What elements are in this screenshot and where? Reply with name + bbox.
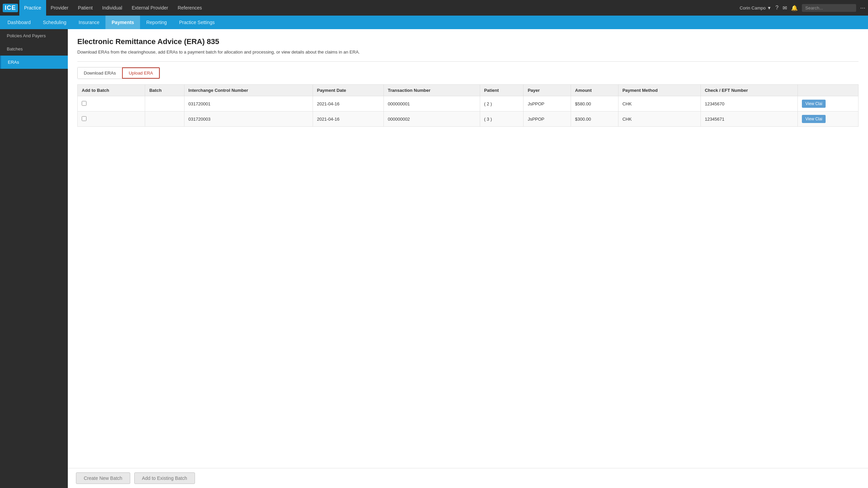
cell-batch-1	[145, 96, 184, 111]
col-batch: Batch	[145, 85, 184, 96]
second-nav-reporting[interactable]: Reporting	[140, 16, 173, 29]
user-menu[interactable]: Corin Campo ▼	[740, 5, 771, 11]
page-title: Electronic Remittance Advice (ERA) 835	[77, 37, 859, 46]
cell-payment-date-2: 2021-04-16	[313, 111, 383, 127]
cell-icn-2: 031720003	[184, 111, 313, 127]
add-to-existing-batch-button[interactable]: Add to Existing Batch	[134, 472, 195, 484]
top-nav-provider[interactable]: Provider	[46, 0, 73, 16]
help-icon[interactable]: ?	[775, 5, 778, 11]
row1-checkbox[interactable]	[82, 101, 86, 106]
cell-action-1: View Clai	[798, 96, 859, 111]
divider	[77, 61, 859, 62]
col-action	[798, 85, 859, 96]
col-payment-date: Payment Date	[313, 85, 383, 96]
col-check-eft-number: Check / EFT Number	[701, 85, 798, 96]
view-claims-button-2[interactable]: View Clai	[802, 115, 826, 123]
col-payer: Payer	[524, 85, 571, 96]
top-nav-items: Practice Provider Patient Individual Ext…	[19, 0, 740, 16]
col-transaction-number: Transaction Number	[383, 85, 480, 96]
page-description: Download ERAs from the clearinghouse, ad…	[77, 49, 859, 55]
second-nav: Dashboard Scheduling Insurance Payments …	[0, 16, 868, 29]
cell-transaction-number-2: 000000002	[383, 111, 480, 127]
top-nav-references[interactable]: References	[173, 0, 207, 16]
col-amount: Amount	[571, 85, 618, 96]
col-add-to-batch: Add to Batch	[78, 85, 145, 96]
cell-transaction-number-1: 000000001	[383, 96, 480, 111]
cell-patient-2: ( 3 )	[480, 111, 524, 127]
era-table: Add to Batch Batch Interchange Control N…	[77, 84, 859, 127]
col-payment-method: Payment Method	[618, 85, 701, 96]
app-logo[interactable]: ICE	[3, 4, 18, 12]
dropdown-icon: ▼	[767, 5, 771, 11]
top-nav: ICE Practice Provider Patient Individual…	[0, 0, 868, 16]
top-nav-individual[interactable]: Individual	[97, 0, 127, 16]
second-nav-dashboard[interactable]: Dashboard	[1, 16, 37, 29]
top-nav-right: Corin Campo ▼ ? ✉ 🔔 ···	[740, 4, 865, 12]
cell-payer-2: JsPPOP	[524, 111, 571, 127]
cell-payment-method-2: CHK	[618, 111, 701, 127]
cell-patient-1: ( 2 )	[480, 96, 524, 111]
top-nav-practice[interactable]: Practice	[19, 0, 46, 16]
view-claims-button-1[interactable]: View Clai	[802, 100, 826, 108]
sidebar-item-batches[interactable]: Batches	[0, 42, 68, 56]
col-patient: Patient	[480, 85, 524, 96]
tab-buttons: Download ERAs Upload ERA	[77, 67, 160, 79]
user-name-text: Corin Campo	[740, 5, 766, 11]
second-nav-practice-settings[interactable]: Practice Settings	[173, 16, 221, 29]
download-eras-tab[interactable]: Download ERAs	[78, 67, 122, 79]
cell-checkbox-2	[78, 111, 145, 127]
main-layout: Policies And Payers Batches ERAs Electro…	[0, 29, 868, 488]
cell-check-eft-2: 12345671	[701, 111, 798, 127]
logo-text: ICE	[3, 4, 18, 12]
second-nav-insurance[interactable]: Insurance	[73, 16, 105, 29]
cell-batch-2	[145, 111, 184, 127]
cell-action-2: View Clai	[798, 111, 859, 127]
mail-icon[interactable]: ✉	[783, 5, 787, 11]
top-nav-patient[interactable]: Patient	[73, 0, 98, 16]
more-icon[interactable]: ···	[860, 4, 865, 12]
cell-checkbox-1	[78, 96, 145, 111]
table-row: 031720003 2021-04-16 000000002 ( 3 ) JsP…	[78, 111, 859, 127]
cell-amount-1: $580.00	[571, 96, 618, 111]
cell-payer-1: JsPPOP	[524, 96, 571, 111]
cell-amount-2: $300.00	[571, 111, 618, 127]
create-new-batch-button[interactable]: Create New Batch	[76, 472, 130, 484]
bottom-bar: Create New Batch Add to Existing Batch	[68, 468, 868, 488]
main-content: Electronic Remittance Advice (ERA) 835 D…	[68, 29, 868, 488]
cell-payment-method-1: CHK	[618, 96, 701, 111]
col-interchange-control-number: Interchange Control Number	[184, 85, 313, 96]
cell-check-eft-1: 12345670	[701, 96, 798, 111]
bell-icon[interactable]: 🔔	[791, 5, 798, 11]
sidebar: Policies And Payers Batches ERAs	[0, 29, 68, 488]
table-row: 031720001 2021-04-16 000000001 ( 2 ) JsP…	[78, 96, 859, 111]
row2-checkbox[interactable]	[82, 116, 86, 121]
sidebar-item-policies-and-payers[interactable]: Policies And Payers	[0, 29, 68, 42]
search-input[interactable]	[802, 4, 856, 12]
sidebar-item-eras[interactable]: ERAs	[0, 56, 68, 69]
second-nav-payments[interactable]: Payments	[105, 16, 140, 29]
cell-icn-1: 031720001	[184, 96, 313, 111]
cell-payment-date-1: 2021-04-16	[313, 96, 383, 111]
second-nav-scheduling[interactable]: Scheduling	[37, 16, 73, 29]
top-nav-external-provider[interactable]: External Provider	[127, 0, 173, 16]
upload-era-tab[interactable]: Upload ERA	[122, 67, 160, 79]
